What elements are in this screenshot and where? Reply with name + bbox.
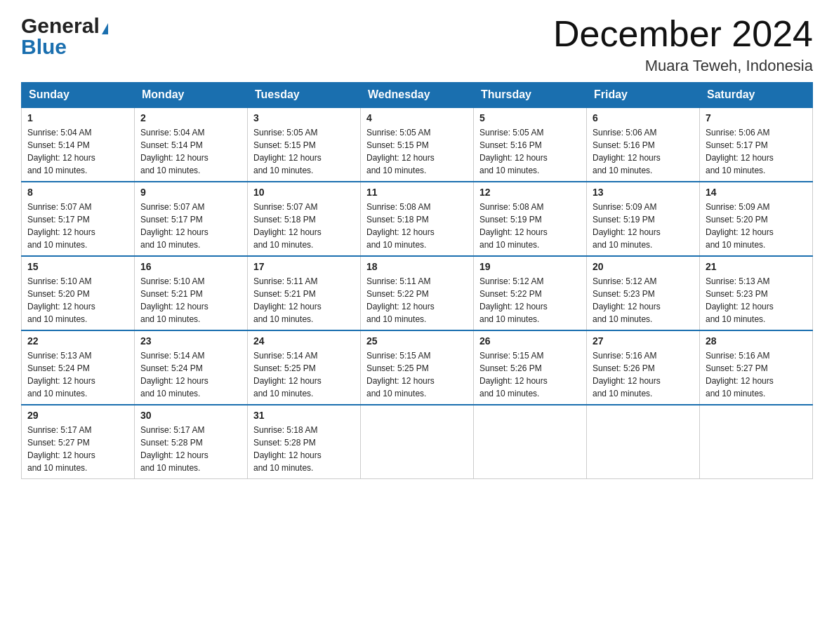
day-info: Sunrise: 5:05 AM Sunset: 5:16 PM Dayligh… [479,126,581,177]
day-number: 30 [140,410,241,421]
calendar-day-cell: 22 Sunrise: 5:13 AM Sunset: 5:24 PM Dayl… [22,330,135,405]
day-info: Sunrise: 5:05 AM Sunset: 5:15 PM Dayligh… [366,126,468,177]
calendar-day-cell [474,405,587,479]
day-number: 16 [140,261,241,272]
calendar-day-cell: 7 Sunrise: 5:06 AM Sunset: 5:17 PM Dayli… [700,107,813,182]
day-number: 4 [366,112,468,123]
day-number: 15 [27,261,128,272]
day-number: 31 [253,410,355,421]
day-info: Sunrise: 5:06 AM Sunset: 5:17 PM Dayligh… [706,126,807,177]
calendar-day-cell: 11 Sunrise: 5:08 AM Sunset: 5:18 PM Dayl… [361,182,474,256]
day-number: 9 [140,187,241,198]
day-number: 28 [706,335,807,347]
col-thursday: Thursday [474,83,587,108]
calendar-day-cell: 27 Sunrise: 5:16 AM Sunset: 5:26 PM Dayl… [587,330,700,405]
day-info: Sunrise: 5:17 AM Sunset: 5:27 PM Dayligh… [27,424,128,474]
calendar-day-cell [361,405,474,479]
day-number: 27 [593,335,694,347]
calendar-week-row: 15 Sunrise: 5:10 AM Sunset: 5:20 PM Dayl… [22,256,813,330]
day-info: Sunrise: 5:12 AM Sunset: 5:22 PM Dayligh… [479,275,581,326]
day-number: 11 [366,187,468,198]
calendar-day-cell: 2 Sunrise: 5:04 AM Sunset: 5:14 PM Dayli… [135,107,248,182]
calendar-day-cell: 3 Sunrise: 5:05 AM Sunset: 5:15 PM Dayli… [248,107,361,182]
day-number: 3 [253,112,355,123]
day-info: Sunrise: 5:13 AM Sunset: 5:23 PM Dayligh… [706,275,807,326]
day-number: 10 [253,187,355,198]
day-info: Sunrise: 5:16 AM Sunset: 5:27 PM Dayligh… [706,349,807,400]
day-info: Sunrise: 5:10 AM Sunset: 5:20 PM Dayligh… [27,275,128,326]
day-info: Sunrise: 5:14 AM Sunset: 5:24 PM Dayligh… [140,349,241,400]
day-number: 22 [27,335,128,347]
month-title: December 2024 [553,14,813,54]
calendar-day-cell: 29 Sunrise: 5:17 AM Sunset: 5:27 PM Dayl… [22,405,135,479]
day-info: Sunrise: 5:11 AM Sunset: 5:22 PM Dayligh… [366,275,468,326]
calendar-day-cell: 20 Sunrise: 5:12 AM Sunset: 5:23 PM Dayl… [587,256,700,330]
day-info: Sunrise: 5:17 AM Sunset: 5:28 PM Dayligh… [140,424,241,474]
day-number: 14 [706,187,807,198]
day-number: 12 [479,187,581,198]
calendar-day-cell: 10 Sunrise: 5:07 AM Sunset: 5:18 PM Dayl… [248,182,361,256]
day-info: Sunrise: 5:08 AM Sunset: 5:19 PM Dayligh… [479,201,581,251]
day-number: 25 [366,335,468,347]
day-number: 21 [706,261,807,272]
day-info: Sunrise: 5:09 AM Sunset: 5:20 PM Dayligh… [706,201,807,251]
col-saturday: Saturday [700,83,813,108]
day-number: 13 [593,187,694,198]
location: Muara Teweh, Indonesia [553,57,813,75]
col-sunday: Sunday [22,83,135,108]
col-tuesday: Tuesday [248,83,361,108]
calendar-day-cell: 15 Sunrise: 5:10 AM Sunset: 5:20 PM Dayl… [22,256,135,330]
day-info: Sunrise: 5:11 AM Sunset: 5:21 PM Dayligh… [253,275,355,326]
day-number: 24 [253,335,355,347]
calendar-week-row: 8 Sunrise: 5:07 AM Sunset: 5:17 PM Dayli… [22,182,813,256]
calendar-day-cell: 9 Sunrise: 5:07 AM Sunset: 5:17 PM Dayli… [135,182,248,256]
day-number: 2 [140,112,241,123]
logo-general-text: General [21,14,100,37]
day-number: 7 [706,112,807,123]
day-info: Sunrise: 5:08 AM Sunset: 5:18 PM Dayligh… [366,201,468,251]
col-friday: Friday [587,83,700,108]
day-info: Sunrise: 5:14 AM Sunset: 5:25 PM Dayligh… [253,349,355,400]
col-monday: Monday [135,83,248,108]
page-header: General Blue December 2024 Muara Teweh, … [21,14,813,75]
calendar-week-row: 29 Sunrise: 5:17 AM Sunset: 5:27 PM Dayl… [22,405,813,479]
day-info: Sunrise: 5:07 AM Sunset: 5:17 PM Dayligh… [140,201,241,251]
logo-blue-text: Blue [21,35,67,59]
calendar-day-cell [700,405,813,479]
day-number: 8 [27,187,128,198]
calendar-day-cell: 19 Sunrise: 5:12 AM Sunset: 5:22 PM Dayl… [474,256,587,330]
calendar-day-cell: 6 Sunrise: 5:06 AM Sunset: 5:16 PM Dayli… [587,107,700,182]
calendar-day-cell: 13 Sunrise: 5:09 AM Sunset: 5:19 PM Dayl… [587,182,700,256]
day-info: Sunrise: 5:16 AM Sunset: 5:26 PM Dayligh… [593,349,694,400]
day-info: Sunrise: 5:04 AM Sunset: 5:14 PM Dayligh… [140,126,241,177]
day-info: Sunrise: 5:10 AM Sunset: 5:21 PM Dayligh… [140,275,241,326]
day-info: Sunrise: 5:13 AM Sunset: 5:24 PM Dayligh… [27,349,128,400]
day-number: 26 [479,335,581,347]
day-number: 1 [27,112,128,123]
day-info: Sunrise: 5:18 AM Sunset: 5:28 PM Dayligh… [253,424,355,474]
day-number: 19 [479,261,581,272]
day-info: Sunrise: 5:07 AM Sunset: 5:17 PM Dayligh… [27,201,128,251]
day-number: 18 [366,261,468,272]
day-number: 6 [593,112,694,123]
calendar-day-cell [587,405,700,479]
calendar-day-cell: 21 Sunrise: 5:13 AM Sunset: 5:23 PM Dayl… [700,256,813,330]
day-info: Sunrise: 5:15 AM Sunset: 5:26 PM Dayligh… [479,349,581,400]
calendar-table: Sunday Monday Tuesday Wednesday Thursday… [21,82,813,479]
calendar-day-cell: 23 Sunrise: 5:14 AM Sunset: 5:24 PM Dayl… [135,330,248,405]
day-number: 29 [27,410,128,421]
day-number: 23 [140,335,241,347]
day-info: Sunrise: 5:05 AM Sunset: 5:15 PM Dayligh… [253,126,355,177]
calendar-day-cell: 30 Sunrise: 5:17 AM Sunset: 5:28 PM Dayl… [135,405,248,479]
col-wednesday: Wednesday [361,83,474,108]
day-info: Sunrise: 5:12 AM Sunset: 5:23 PM Dayligh… [593,275,694,326]
logo-triangle-icon [102,23,108,34]
calendar-day-cell: 8 Sunrise: 5:07 AM Sunset: 5:17 PM Dayli… [22,182,135,256]
calendar-day-cell: 14 Sunrise: 5:09 AM Sunset: 5:20 PM Dayl… [700,182,813,256]
calendar-day-cell: 17 Sunrise: 5:11 AM Sunset: 5:21 PM Dayl… [248,256,361,330]
calendar-day-cell: 5 Sunrise: 5:05 AM Sunset: 5:16 PM Dayli… [474,107,587,182]
calendar-day-cell: 18 Sunrise: 5:11 AM Sunset: 5:22 PM Dayl… [361,256,474,330]
calendar-day-cell: 26 Sunrise: 5:15 AM Sunset: 5:26 PM Dayl… [474,330,587,405]
calendar-day-cell: 25 Sunrise: 5:15 AM Sunset: 5:25 PM Dayl… [361,330,474,405]
calendar-day-cell: 12 Sunrise: 5:08 AM Sunset: 5:19 PM Dayl… [474,182,587,256]
